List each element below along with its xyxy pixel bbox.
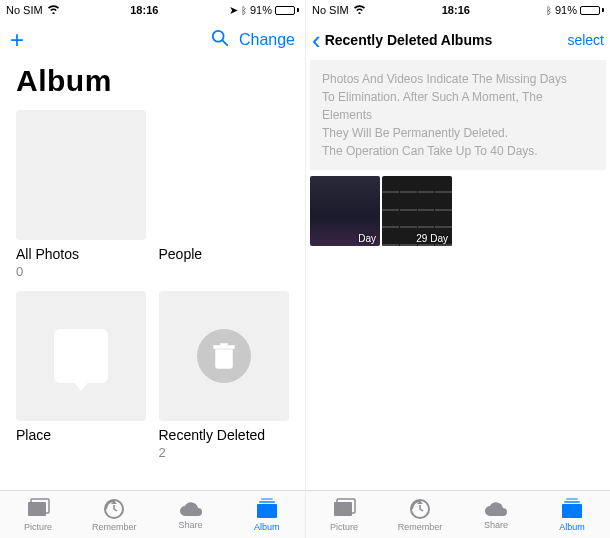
tab-label: Picture (330, 522, 358, 532)
tab-bar: Picture Remember Share Album (306, 490, 610, 538)
album-count: 2 (159, 445, 290, 460)
tab-label: Share (484, 520, 508, 530)
location-icon: ➤ (229, 4, 238, 17)
status-time: 18:16 (130, 4, 158, 16)
banner-line: To Elimination. After Such A Moment, The… (322, 88, 594, 124)
tab-memories[interactable]: Remember (382, 491, 458, 538)
album-label: People (159, 246, 290, 262)
tab-albums[interactable]: Album (534, 491, 610, 538)
tab-photos[interactable]: Picture (306, 491, 382, 538)
wifi-icon (47, 4, 60, 16)
add-album-button[interactable]: + (10, 26, 24, 54)
phone-left: No SIM 18:16 ➤ ᛒ 91% + Change Album (0, 0, 305, 538)
phone-right: No SIM 18:16 ᛒ 91% ‹ Recently Deleted Al… (305, 0, 610, 538)
search-button[interactable] (211, 29, 229, 51)
tab-shared[interactable]: Share (458, 491, 534, 538)
deleted-photo-thumb[interactable]: Day (310, 176, 380, 246)
svg-rect-14 (564, 501, 580, 503)
nav-bar: ‹ Recently Deleted Albums select (306, 20, 610, 60)
album-label: Recently Deleted (159, 427, 290, 443)
chevron-left-icon: ‹ (312, 25, 321, 56)
svg-rect-8 (261, 498, 273, 500)
deleted-thumbnails: Day 29 Day (306, 176, 610, 246)
status-time: 18:16 (442, 4, 470, 16)
album-places[interactable]: Place (16, 291, 147, 460)
bluetooth-icon: ᛒ (241, 5, 247, 16)
banner-line: The Operation Can Take Up To 40 Days. (322, 142, 594, 160)
battery-icon (580, 6, 604, 15)
nav-title: Recently Deleted Albums (325, 32, 493, 48)
info-banner: Photos And Videos Indicate The Missing D… (310, 60, 606, 170)
status-bar: No SIM 18:16 ➤ ᛒ 91% (0, 0, 305, 20)
tab-label: Share (179, 520, 203, 530)
carrier-label: No SIM (6, 4, 43, 16)
banner-line: Photos And Videos Indicate The Missing D… (322, 70, 594, 88)
banner-line: They Will Be Permanently Deleted. (322, 124, 594, 142)
map-pin-icon (54, 329, 108, 383)
battery-icon (275, 6, 299, 15)
days-remaining: 29 Day (416, 233, 448, 244)
bluetooth-icon: ᛒ (546, 5, 552, 16)
tab-shared[interactable]: Share (153, 491, 229, 538)
svg-rect-15 (566, 498, 578, 500)
album-count: 0 (16, 264, 147, 279)
svg-rect-6 (257, 504, 277, 518)
tab-photos[interactable]: Picture (0, 491, 76, 538)
album-people[interactable]: People (159, 110, 290, 279)
deleted-photo-thumb[interactable]: 29 Day (382, 176, 452, 246)
page-title: Album (16, 64, 289, 98)
nav-bar: + Change (0, 20, 305, 60)
tab-label: Picture (24, 522, 52, 532)
tab-label: Remember (398, 522, 443, 532)
svg-rect-7 (259, 501, 275, 503)
back-button[interactable]: ‹ Recently Deleted Albums (312, 25, 492, 56)
svg-point-0 (213, 31, 224, 42)
carrier-label: No SIM (312, 4, 349, 16)
album-recently-deleted[interactable]: Recently Deleted 2 (159, 291, 290, 460)
battery-pct: 91% (555, 4, 577, 16)
album-label: Place (16, 427, 147, 443)
status-bar: No SIM 18:16 ᛒ 91% (306, 0, 610, 20)
wifi-icon (353, 4, 366, 16)
album-label: All Photos (16, 246, 147, 262)
tab-albums[interactable]: Album (229, 491, 305, 538)
edit-button[interactable]: Change (239, 31, 295, 49)
trash-icon (197, 329, 251, 383)
svg-line-1 (223, 41, 228, 46)
tab-label: Remember (92, 522, 137, 532)
select-button[interactable]: select (567, 32, 604, 48)
tab-memories[interactable]: Remember (76, 491, 152, 538)
album-all-photos[interactable]: All Photos 0 (16, 110, 147, 279)
battery-pct: 91% (250, 4, 272, 16)
svg-rect-13 (562, 504, 582, 518)
tab-label: Album (559, 522, 585, 532)
tab-label: Album (254, 522, 280, 532)
days-remaining: Day (358, 233, 376, 244)
tab-bar: Picture Remember Share Album (0, 490, 305, 538)
